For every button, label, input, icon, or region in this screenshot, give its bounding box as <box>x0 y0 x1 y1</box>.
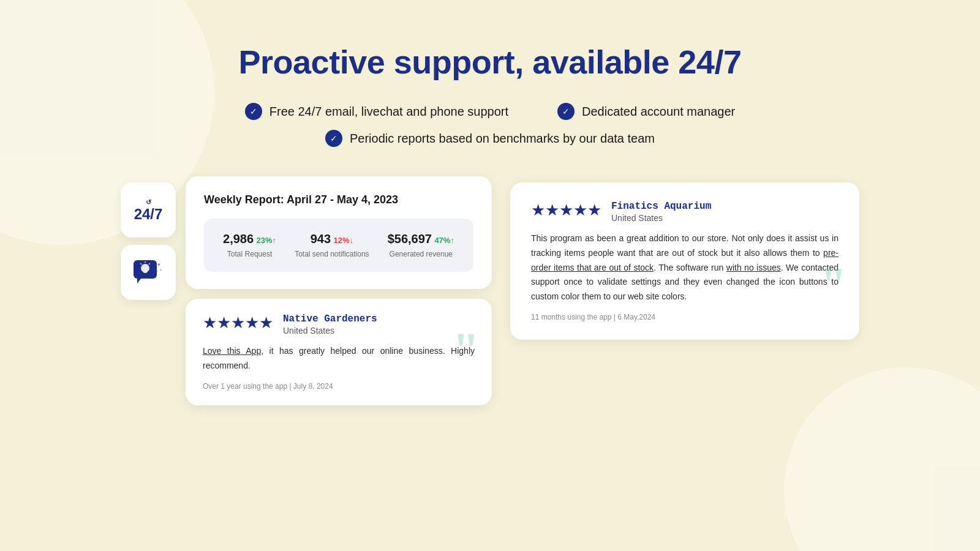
svg-point-2 <box>141 264 149 272</box>
reviewer-name-small: Native Gardeners <box>283 313 377 324</box>
review-text-large: This program as been a great addition to… <box>531 231 839 304</box>
chat-icon: ✦ ✦ ✦ <box>132 259 164 286</box>
feature-item-manager: ✓ Dedicated account manager <box>557 103 735 120</box>
left-cards-column: Weekly Report: April 27 - May 4, 2023 2,… <box>186 176 492 405</box>
stars-small: ★★★★★ <box>203 313 273 332</box>
stat-notifications: 943 12%↓ Total send notifications <box>295 232 369 258</box>
feature-item-reports: ✓ Periodic reports based on benchmarks b… <box>325 130 655 147</box>
stats-box: 2,986 23%↑ Total Request 943 12%↓ Total … <box>204 219 473 272</box>
icon-badges: ↺ 24/7 <box>121 182 176 300</box>
review-card-small: ★★★★★ Native Gardeners United States Lov… <box>186 299 492 405</box>
review-footer-small: Over 1 year using the app | July 8, 2024 <box>203 382 475 391</box>
features-section: ✓ Free 24/7 email, livechat and phone su… <box>245 103 735 147</box>
reviewer-name-large: Finatics Aquarium <box>611 201 711 212</box>
stat-label-requests: Total Request <box>223 250 276 258</box>
stat-value-notifications: 943 <box>311 232 331 246</box>
weekly-report-title: Weekly Report: April 27 - May 4, 2023 <box>204 193 473 206</box>
feature-item-support: ✓ Free 24/7 email, livechat and phone su… <box>245 103 508 120</box>
badge-247-arrow: ↺ <box>134 199 163 206</box>
review-underline-small: Love this App <box>203 346 261 356</box>
svg-text:✦: ✦ <box>159 268 162 272</box>
badge-247-text: 24/7 <box>134 207 163 222</box>
stat-revenue: $56,697 47%↑ Generated revenue <box>388 232 454 258</box>
quote-decor-small: " <box>453 326 480 375</box>
stat-total-request: 2,986 23%↑ Total Request <box>223 232 276 258</box>
stat-label-notifications: Total send notifications <box>295 250 369 258</box>
review-underline-preorder: pre-order items that are out of stock <box>531 248 839 272</box>
review-card-large: ★★★★★ Finatics Aquarium United States Th… <box>510 182 859 340</box>
svg-text:✦: ✦ <box>156 269 158 273</box>
review-underline-noissues: with no issues <box>726 263 781 272</box>
stat-value-requests: 2,986 <box>223 232 254 246</box>
stat-badge-requests: 23%↑ <box>257 236 277 245</box>
left-column: ↺ 24/7 <box>121 176 492 405</box>
reviewer-country-small: United States <box>283 326 377 335</box>
svg-marker-1 <box>137 279 141 283</box>
stat-badge-notifications: 12%↓ <box>334 236 354 245</box>
check-icon-manager: ✓ <box>557 103 575 120</box>
review-header-large: ★★★★★ Finatics Aquarium United States <box>531 201 839 223</box>
badge-247: ↺ 24/7 <box>121 182 176 238</box>
reviewer-country-large: United States <box>611 213 711 223</box>
stars-large: ★★★★★ <box>531 201 601 220</box>
review-footer-large: 11 months using the app | 6 May,2024 <box>531 313 839 321</box>
review-header-small: ★★★★★ Native Gardeners United States <box>203 313 475 335</box>
svg-rect-3 <box>143 271 147 273</box>
quote-decor-large: " <box>820 260 847 309</box>
review-text-small: Love this App, it has greatly helped our… <box>203 344 475 373</box>
stat-label-revenue: Generated revenue <box>388 250 454 258</box>
stat-badge-revenue: 47%↑ <box>434 236 454 245</box>
weekly-report-card: Weekly Report: April 27 - May 4, 2023 2,… <box>186 176 492 289</box>
cards-section: ↺ 24/7 <box>0 176 980 405</box>
stat-value-revenue: $56,697 <box>388 232 432 246</box>
svg-text:✦: ✦ <box>157 262 161 268</box>
page-title: Proactive support, available 24/7 <box>239 43 742 81</box>
check-icon-support: ✓ <box>245 103 262 120</box>
badge-chat: ✦ ✦ ✦ <box>121 245 176 300</box>
check-icon-reports: ✓ <box>325 130 342 147</box>
